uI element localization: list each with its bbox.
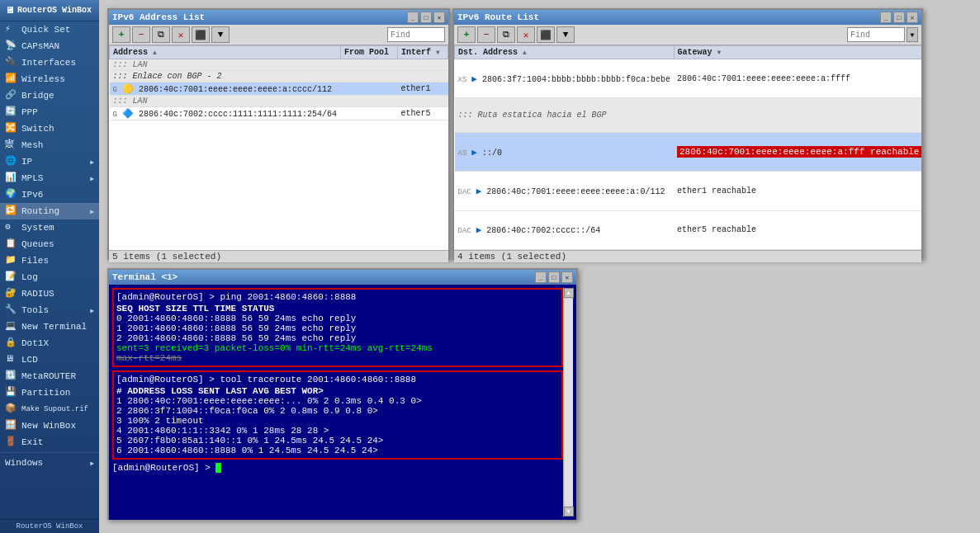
table-row[interactable]: XS ▶ 2806:3f7:1004:bbbb:bbbb:bbbb:f0ca:b… [455, 59, 922, 98]
sidebar-item-mesh[interactable]: 🕸 Mesh [0, 137, 99, 153]
sidebar-label-routing: Routing [21, 206, 59, 216]
find-dropdown-button[interactable]: ▼ [907, 27, 918, 42]
sidebar-label-dot1x: Dot1X [21, 338, 49, 348]
sidebar-item-radius[interactable]: 🔐 RADIUS [0, 285, 99, 302]
sidebar-label-capsman: CAPsMAN [21, 41, 59, 51]
sidebar-item-wireless[interactable]: 📶 Wireless [0, 71, 99, 87]
sidebar-label-ipv6: IPv6 [21, 190, 43, 200]
traceroute-block: [admin@RouterOS] > tool traceroute 2001:… [112, 370, 563, 460]
ipv6-address-titlebar[interactable]: IPv6 Address List _ □ ✕ [109, 10, 448, 25]
table-row[interactable]: G 🔷 2806:40c:7002:cccc:1111:1111:1111:25… [110, 107, 448, 120]
table-row[interactable]: ::: Ruta estatica hacia el BGP [455, 98, 922, 132]
table-row[interactable]: DAC ▶ 2806:40c:7002:cccc::/64 ether5 rea… [455, 210, 922, 249]
sidebar-item-lcd[interactable]: 🖥 LCD [0, 351, 99, 368]
term-minimize-button[interactable]: _ [535, 271, 547, 283]
sidebar-label-log: Log [21, 272, 38, 282]
sidebar-item-routing[interactable]: 🔁 Routing ▶ [0, 203, 99, 219]
add-button[interactable]: + [112, 26, 130, 43]
sidebar-label-ppp: PPP [21, 107, 38, 117]
table-row[interactable]: G 🟡 2806:40c:7001:eeee:eeee:eeee:a:cccc/… [110, 83, 448, 96]
terminal-final-prompt[interactable]: [admin@RouterOS] > [112, 463, 563, 473]
table-row[interactable]: ::: LAN [110, 96, 448, 107]
table-row[interactable]: ::: Enlace con BGP - 2 [110, 71, 448, 83]
term-maximize-button[interactable]: □ [548, 271, 560, 283]
terminal-body[interactable]: [admin@RouterOS] > ping 2001:4860:4860::… [109, 285, 576, 520]
sidebar-item-log[interactable]: 📝 Log [0, 269, 99, 285]
ipv6-address-status: 5 items (1 selected) [109, 250, 448, 262]
ping-row-2: 2 2001:4860:4860::8888 56 59 24ms echo r… [116, 333, 559, 343]
sidebar-item-new-terminal[interactable]: 💻 New Terminal [0, 318, 99, 335]
winbox-bottom-bar: RouterOS WinBox [0, 519, 99, 533]
route-add-button[interactable]: + [457, 26, 476, 43]
quickset-icon: ⚡ [5, 23, 18, 36]
sidebar-item-system[interactable]: ⚙ System [0, 219, 99, 236]
sidebar-item-exit[interactable]: 🚪 Exit [0, 434, 99, 450]
table-row[interactable]: AS ▶ ::/0 2806:40c:7001:eeee:eeee:eeee:a… [455, 132, 922, 171]
ipv6-address-table: Address ▲ From Pool Interf ▼ ::: LAN :::… [109, 45, 448, 120]
sidebar-item-ip[interactable]: 🌐 IP ▶ [0, 153, 99, 170]
close-button[interactable]: ✕ [433, 12, 445, 23]
ipv6-route-titlebar[interactable]: IPv6 Route List _ □ ✕ [454, 10, 921, 25]
sidebar-item-mpls[interactable]: 📊 MPLS ▶ [0, 170, 99, 186]
find-input[interactable] [387, 27, 445, 42]
group-label2: ::: LAN [110, 96, 448, 107]
disable-button[interactable]: ✕ [172, 26, 190, 43]
sidebar-label-files: Files [21, 256, 49, 266]
move-button[interactable]: ⬛ [192, 26, 210, 43]
sidebar-item-make-supout[interactable]: 📦 Make Supout.rif [0, 401, 99, 417]
ipv6-route-table-container[interactable]: Dst. Address ▲ Gateway ▼ XS ▶ 2806:3f7:1… [454, 45, 921, 250]
scroll-up-arrow[interactable]: ▲ [564, 288, 574, 298]
terminal-scrollbar[interactable]: ▲ ▼ [563, 288, 573, 516]
route-close-button[interactable]: ✕ [907, 12, 918, 23]
route-copy-button[interactable]: ⧉ [497, 26, 515, 43]
remove-button[interactable]: − [132, 26, 150, 43]
routing-arrow-icon: ▶ [90, 208, 94, 215]
sidebar-item-interfaces[interactable]: 🔌 Interfaces [0, 54, 99, 71]
logo-text: RouterOS WinBox [17, 6, 92, 15]
sidebar-item-bridge[interactable]: 🔗 Bridge [0, 87, 99, 104]
route-disable-button[interactable]: ✕ [517, 26, 535, 43]
traceroute-row-3: 3 100% 2 timeout [116, 416, 559, 426]
sidebar-item-new-winbox[interactable]: 🪟 New WinBox [0, 417, 99, 434]
sidebar-item-windows[interactable]: Windows ▶ [0, 455, 99, 471]
sidebar-item-metarouter[interactable]: 🔃 MetaROUTER [0, 368, 99, 384]
sidebar-item-tools[interactable]: 🔧 Tools ▶ [0, 302, 99, 318]
sidebar-item-ppp[interactable]: 🔄 PPP [0, 104, 99, 120]
col-interface: Interf ▼ [397, 46, 447, 59]
terminal-content[interactable]: [admin@RouterOS] > ping 2001:4860:4860::… [112, 288, 563, 516]
table-row[interactable]: ::: LAN [110, 59, 448, 71]
minimize-button[interactable]: _ [407, 12, 419, 23]
sidebar-label-make-supout: Make Supout.rif [21, 405, 88, 413]
route-remove-button[interactable]: − [477, 26, 495, 43]
sidebar-item-dot1x[interactable]: 🔒 Dot1X [0, 335, 99, 351]
terminal-titlebar[interactable]: Terminal <1> _ □ ✕ [109, 270, 576, 285]
sidebar-item-ipv6[interactable]: 🌍 IPv6 [0, 186, 99, 203]
table-row[interactable]: DAC ▶ 2806:40c:7001:eeee:eeee:eeee:a:0/1… [455, 172, 922, 210]
route-find-input[interactable] [847, 27, 905, 42]
row-interface2: ether5 [397, 107, 447, 120]
files-icon: 📁 [5, 254, 18, 267]
route-maximize-button[interactable]: □ [893, 12, 905, 23]
sidebar-item-queues[interactable]: 📋 Queues [0, 236, 99, 252]
route-minimize-button[interactable]: _ [880, 12, 892, 23]
scroll-thumb[interactable] [565, 299, 573, 506]
scroll-down-arrow[interactable]: ▼ [564, 507, 574, 516]
filter-button[interactable]: ▼ [211, 26, 230, 43]
sidebar-item-quickset[interactable]: ⚡ Quick Set [0, 21, 99, 38]
maximize-button[interactable]: □ [420, 12, 432, 23]
ipv6-route-table: Dst. Address ▲ Gateway ▼ XS ▶ 2806:3f7:1… [454, 45, 921, 250]
app-logo: 🖥 RouterOS WinBox [0, 0, 99, 21]
traceroute-row-1: 1 2806:40c:7001:eeee:eeee:eeee:... 0% 2 … [116, 396, 559, 406]
sidebar-item-capsman[interactable]: 📡 CAPsMAN [0, 38, 99, 54]
ipv6-address-table-container[interactable]: Address ▲ From Pool Interf ▼ ::: LAN :::… [109, 45, 448, 250]
route-filter-button[interactable]: ▼ [556, 26, 575, 43]
sidebar-item-partition[interactable]: 💾 Partition [0, 384, 99, 401]
row-dst1: XS ▶ 2806:3f7:1004:bbbb:bbbb:bbbb:f0ca:b… [455, 59, 675, 98]
sidebar-item-files[interactable]: 📁 Files [0, 252, 99, 269]
route-status-text: 4 items (1 selected) [457, 252, 566, 262]
copy-button[interactable]: ⧉ [152, 26, 170, 43]
sidebar-item-switch[interactable]: 🔀 Switch [0, 120, 99, 137]
ipv6-address-controls: _ □ ✕ [407, 12, 445, 23]
term-close-button[interactable]: ✕ [561, 271, 573, 283]
route-move-button[interactable]: ⬛ [537, 26, 555, 43]
